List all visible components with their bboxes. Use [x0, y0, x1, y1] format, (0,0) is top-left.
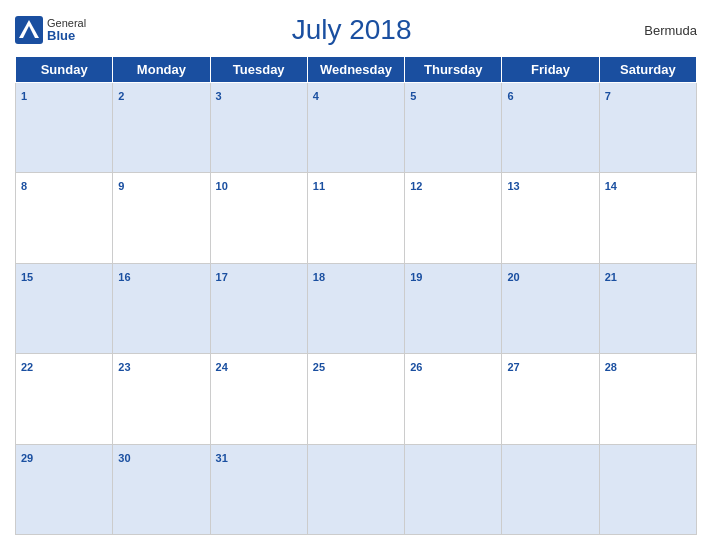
calendar-day: 13 [502, 173, 599, 263]
calendar-day [502, 444, 599, 534]
day-number: 20 [507, 271, 519, 283]
calendar-day: 9 [113, 173, 210, 263]
calendar-day: 21 [599, 263, 696, 353]
calendar-day [599, 444, 696, 534]
calendar-day: 19 [405, 263, 502, 353]
calendar-header: General Blue July 2018 Bermuda [15, 10, 697, 50]
calendar-day: 28 [599, 354, 696, 444]
calendar-title: July 2018 [86, 14, 617, 46]
day-number: 3 [216, 90, 222, 102]
calendar-day: 30 [113, 444, 210, 534]
calendar-day: 1 [16, 83, 113, 173]
weekday-header-thursday: Thursday [405, 57, 502, 83]
calendar-day: 20 [502, 263, 599, 353]
day-number: 13 [507, 180, 519, 192]
day-number: 1 [21, 90, 27, 102]
weekday-header-monday: Monday [113, 57, 210, 83]
calendar-day: 6 [502, 83, 599, 173]
calendar-day: 3 [210, 83, 307, 173]
calendar-day: 18 [307, 263, 404, 353]
calendar-day: 2 [113, 83, 210, 173]
day-number: 6 [507, 90, 513, 102]
weekday-header-friday: Friday [502, 57, 599, 83]
day-number: 5 [410, 90, 416, 102]
day-number: 10 [216, 180, 228, 192]
day-number: 31 [216, 452, 228, 464]
weekday-header-tuesday: Tuesday [210, 57, 307, 83]
logo-text: General Blue [47, 17, 86, 43]
calendar-day: 25 [307, 354, 404, 444]
calendar-week-row: 22232425262728 [16, 354, 697, 444]
logo-blue-label: Blue [47, 29, 86, 43]
calendar-day: 5 [405, 83, 502, 173]
calendar-day [405, 444, 502, 534]
day-number: 17 [216, 271, 228, 283]
day-number: 15 [21, 271, 33, 283]
day-number: 29 [21, 452, 33, 464]
day-number: 14 [605, 180, 617, 192]
calendar-day: 15 [16, 263, 113, 353]
calendar-table: SundayMondayTuesdayWednesdayThursdayFrid… [15, 56, 697, 535]
day-number: 30 [118, 452, 130, 464]
day-number: 11 [313, 180, 325, 192]
logo-icon [15, 16, 43, 44]
calendar-day [307, 444, 404, 534]
calendar-week-row: 1234567 [16, 83, 697, 173]
calendar-day: 24 [210, 354, 307, 444]
day-number: 18 [313, 271, 325, 283]
calendar-week-row: 891011121314 [16, 173, 697, 263]
region-label: Bermuda [617, 23, 697, 38]
weekday-header-row: SundayMondayTuesdayWednesdayThursdayFrid… [16, 57, 697, 83]
day-number: 26 [410, 361, 422, 373]
calendar-week-row: 293031 [16, 444, 697, 534]
calendar-day: 31 [210, 444, 307, 534]
day-number: 7 [605, 90, 611, 102]
day-number: 27 [507, 361, 519, 373]
day-number: 25 [313, 361, 325, 373]
day-number: 12 [410, 180, 422, 192]
calendar-day: 27 [502, 354, 599, 444]
day-number: 19 [410, 271, 422, 283]
calendar-day: 14 [599, 173, 696, 263]
calendar-day: 29 [16, 444, 113, 534]
calendar-day: 8 [16, 173, 113, 263]
day-number: 8 [21, 180, 27, 192]
calendar-week-row: 15161718192021 [16, 263, 697, 353]
calendar-day: 17 [210, 263, 307, 353]
calendar-day: 26 [405, 354, 502, 444]
calendar-day: 11 [307, 173, 404, 263]
day-number: 16 [118, 271, 130, 283]
day-number: 9 [118, 180, 124, 192]
calendar-day: 10 [210, 173, 307, 263]
weekday-header-saturday: Saturday [599, 57, 696, 83]
day-number: 24 [216, 361, 228, 373]
day-number: 4 [313, 90, 319, 102]
calendar-day: 22 [16, 354, 113, 444]
calendar-day: 16 [113, 263, 210, 353]
day-number: 22 [21, 361, 33, 373]
weekday-header-sunday: Sunday [16, 57, 113, 83]
calendar-day: 7 [599, 83, 696, 173]
calendar-day: 23 [113, 354, 210, 444]
calendar-day: 12 [405, 173, 502, 263]
logo: General Blue [15, 16, 86, 44]
weekday-header-wednesday: Wednesday [307, 57, 404, 83]
day-number: 2 [118, 90, 124, 102]
day-number: 23 [118, 361, 130, 373]
day-number: 28 [605, 361, 617, 373]
calendar-day: 4 [307, 83, 404, 173]
day-number: 21 [605, 271, 617, 283]
